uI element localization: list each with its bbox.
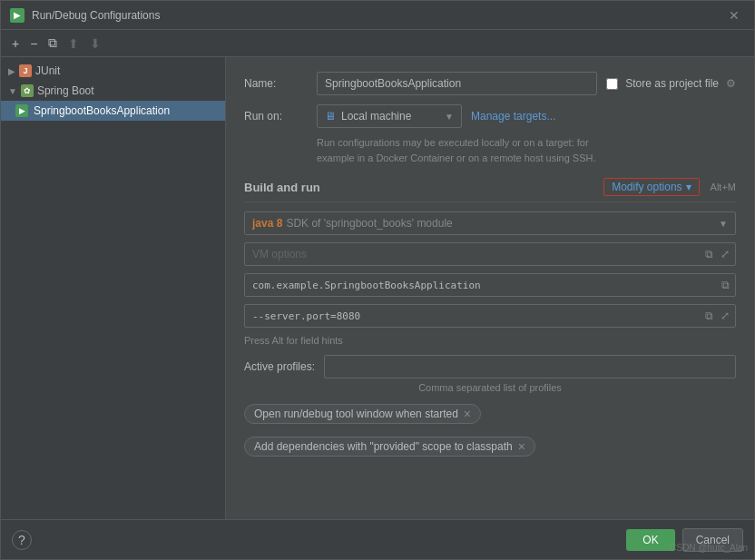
main-class-input[interactable] [252, 274, 716, 296]
run-on-select[interactable]: 🖥 Local machine ▼ [317, 104, 462, 128]
tags-row: Open run/debug tool window when started … [244, 404, 736, 429]
titlebar: ▶ Run/Debug Configurations ✕ [1, 1, 754, 30]
tag-run-debug: Open run/debug tool window when started … [244, 404, 481, 424]
vm-options-placeholder: VM options [252, 248, 700, 260]
sidebar-item-junit[interactable]: ▶ J JUnit [1, 61, 225, 81]
sidebar-item-springboot[interactable]: ▼ ✿ Spring Boot [1, 81, 225, 101]
help-button[interactable]: ? [12, 530, 32, 550]
move-up-button[interactable]: ⬆ [64, 34, 83, 53]
store-project-label: Store as project file [625, 77, 719, 90]
watermark: CSDN @hutc_Alan [670, 543, 748, 553]
junit-icon: J [19, 64, 32, 77]
copy-button[interactable]: ⧉ [44, 34, 61, 53]
ok-button[interactable]: OK [626, 529, 674, 551]
right-panel: Name: Store as project file ⚙ Run on: 🖥 … [226, 57, 754, 519]
tag-dependencies: Add dependencies with "provided" scope t… [244, 437, 535, 457]
sdk-dropdown-arrow-icon: ▼ [719, 219, 728, 229]
run-on-value: Local machine [341, 110, 411, 123]
dropdown-arrow-icon: ▼ [445, 112, 454, 122]
run-on-row: Run on: 🖥 Local machine ▼ Manage targets… [244, 104, 736, 128]
active-profiles-input[interactable] [324, 355, 736, 378]
vm-options-expand-icon[interactable]: ⤢ [719, 246, 731, 262]
active-profiles-label: Active profiles: [244, 360, 315, 373]
dropdown-small-icon: ▾ [686, 181, 691, 193]
add-button[interactable]: + [8, 34, 23, 53]
spring-boot-label: Spring Boot [37, 84, 94, 97]
tags-row-2: Add dependencies with "provided" scope t… [244, 437, 736, 462]
manage-targets-link[interactable]: Manage targets... [471, 110, 555, 123]
vm-options-field[interactable]: VM options ⧉ ⤢ [244, 242, 736, 266]
sdk-select[interactable]: java 8 SDK of 'springboot_books' module … [244, 211, 736, 235]
tag1-label: Open run/debug tool window when started [254, 408, 458, 420]
tag1-close-icon[interactable]: × [464, 408, 471, 420]
program-args-expand-icon[interactable]: ⤢ [719, 308, 731, 324]
junit-label: JUnit [35, 64, 60, 77]
sdk-java-label: java 8 [252, 217, 282, 230]
app-label: SpringbootBooksApplication [34, 104, 170, 117]
store-project-checkbox[interactable] [606, 78, 618, 90]
modify-options-label: Modify options [612, 181, 681, 193]
store-project-row: Store as project file ⚙ [606, 77, 736, 90]
description-text: Run configurations may be executed local… [317, 135, 736, 165]
active-profiles-row: Active profiles: [244, 355, 736, 378]
close-button[interactable]: ✕ [723, 6, 745, 25]
remove-button[interactable]: − [26, 34, 41, 53]
name-input[interactable] [317, 72, 597, 95]
hint-text: Press Alt for field hints [244, 335, 736, 346]
run-icon: ▶ [15, 104, 28, 117]
titlebar-left: ▶ Run/Debug Configurations [10, 8, 160, 23]
vm-options-copy-icon[interactable]: ⧉ [703, 246, 715, 262]
name-label: Name: [244, 77, 308, 90]
profiles-hint: Comma separated list of profiles [244, 382, 736, 393]
settings-icon[interactable]: ⚙ [726, 77, 736, 90]
name-row: Name: Store as project file ⚙ [244, 72, 736, 95]
sidebar: ▶ J JUnit ▼ ✿ Spring Boot ▶ SpringbootBo… [1, 57, 226, 519]
run-on-label: Run on: [244, 110, 308, 123]
bottom-bar: ? OK Cancel [1, 519, 754, 559]
main-window: ▶ Run/Debug Configurations ✕ + − ⧉ ⬆ ⬇ ▶… [0, 0, 755, 560]
move-down-button[interactable]: ⬇ [86, 34, 104, 53]
chevron-down-icon: ▼ [8, 86, 17, 96]
chevron-right-icon: ▶ [8, 66, 15, 76]
section-header: Build and run Modify options ▾ Alt+M [244, 178, 736, 202]
tag2-close-icon[interactable]: × [518, 440, 525, 453]
build-run-title: Build and run [244, 181, 320, 194]
window-icon: ▶ [10, 8, 25, 23]
program-args-input[interactable] [252, 305, 700, 327]
tag2-label: Add dependencies with "provided" scope t… [254, 440, 513, 453]
sdk-detail-label: SDK of 'springboot_books' module [286, 217, 452, 230]
modify-options-button[interactable]: Modify options ▾ [603, 178, 699, 196]
main-class-field[interactable]: ⧉ [244, 273, 736, 297]
program-args-field[interactable]: ⧉ ⤢ [244, 304, 736, 328]
bottom-left: ? [12, 530, 32, 550]
program-args-copy-icon[interactable]: ⧉ [703, 308, 715, 324]
main-content: ▶ J JUnit ▼ ✿ Spring Boot ▶ SpringbootBo… [1, 57, 754, 519]
window-title: Run/Debug Configurations [32, 9, 160, 22]
toolbar: + − ⧉ ⬆ ⬇ [1, 30, 754, 57]
spring-icon: ✿ [21, 84, 34, 97]
sidebar-item-app[interactable]: ▶ SpringbootBooksApplication [1, 101, 225, 121]
modify-shortcut: Alt+M [711, 182, 736, 192]
local-machine-icon: 🖥 [325, 110, 336, 123]
main-class-copy-icon[interactable]: ⧉ [720, 277, 731, 293]
